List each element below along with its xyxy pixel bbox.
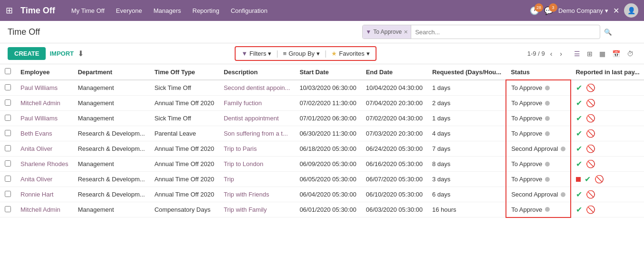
nav-reporting[interactable]: Reporting — [188, 4, 224, 17]
row-checkbox[interactable] — [5, 176, 11, 182]
col-description[interactable]: Description — [219, 64, 295, 80]
approve-icon[interactable]: ✔ — [576, 114, 582, 123]
search-input[interactable] — [411, 29, 600, 36]
create-button[interactable]: CREATE — [8, 47, 46, 60]
import-button[interactable]: IMPORT — [50, 50, 74, 57]
row-checkbox-cell[interactable] — [0, 126, 16, 141]
next-page-button[interactable]: › — [557, 49, 565, 59]
row-checkbox[interactable] — [5, 130, 11, 136]
row-checkbox-cell[interactable] — [0, 157, 16, 172]
cell-department: Management — [73, 202, 149, 217]
cell-reported: ✔ 🚫 — [571, 172, 644, 187]
row-checkbox-cell[interactable] — [0, 141, 16, 157]
filter-tag-close[interactable]: ✕ — [404, 29, 408, 35]
list-view-button[interactable]: ☰ — [571, 49, 583, 59]
avatar[interactable]: 👤 — [624, 3, 638, 18]
table-body: Paul Williams Management Sick Time Off S… — [0, 80, 644, 217]
nav-my-time-off[interactable]: My Time Off — [67, 4, 109, 17]
table-row: Anita Oliver Research & Developm... Annu… — [0, 172, 644, 187]
prev-page-button[interactable]: ‹ — [548, 49, 555, 59]
row-checkbox-cell[interactable] — [0, 80, 16, 96]
reject-icon[interactable]: 🚫 — [586, 205, 595, 214]
approve-icon[interactable]: ✔ — [576, 159, 582, 168]
reject-icon[interactable]: 🚫 — [586, 114, 595, 123]
status-label: To Approve — [511, 99, 542, 107]
col-employee[interactable]: Employee — [16, 64, 73, 80]
nav-configuration[interactable]: Configuration — [226, 4, 272, 17]
calendar-view-button[interactable]: 📅 — [609, 49, 623, 59]
row-checkbox[interactable] — [5, 99, 11, 106]
col-department[interactable]: Department — [73, 64, 149, 80]
col-requested[interactable]: Requested (Days/Hou... — [427, 64, 506, 80]
cell-description: Trip to Paris — [219, 141, 295, 157]
col-time-off-type[interactable]: Time Off Type — [149, 64, 219, 80]
status-label: To Approve — [511, 206, 542, 213]
favorites-button[interactable]: ★ Favorites ▾ — [327, 48, 373, 59]
table-row: Mitchell Admin Management Compensatory D… — [0, 202, 644, 217]
approve-icon[interactable]: ✔ — [576, 99, 582, 108]
reject-icon[interactable]: 🚫 — [586, 99, 595, 108]
row-checkbox-cell[interactable] — [0, 111, 16, 126]
grid-view-button[interactable]: ▦ — [596, 49, 608, 59]
row-checkbox-cell[interactable] — [0, 172, 16, 187]
search-button[interactable]: 🔍 — [600, 27, 616, 38]
col-end-date[interactable]: End Date — [361, 64, 427, 80]
approve-icon[interactable]: ✔ — [576, 83, 582, 92]
download-button[interactable]: ⬇ — [78, 49, 84, 58]
group-by-button[interactable]: ≡ Group By ▾ — [279, 48, 324, 59]
select-all-header[interactable] — [0, 64, 16, 80]
row-checkbox[interactable] — [5, 115, 11, 121]
row-checkbox-cell[interactable] — [0, 96, 16, 111]
select-all-checkbox[interactable] — [5, 68, 11, 74]
clock-view-button[interactable]: ⏱ — [624, 49, 636, 59]
row-checkbox[interactable] — [5, 191, 11, 197]
cell-requested: 8 days — [427, 157, 506, 172]
approve-icon[interactable]: ✔ — [585, 175, 591, 184]
reject-icon[interactable]: 🚫 — [586, 190, 595, 199]
clock-notification[interactable]: 🕐 28 — [530, 6, 539, 15]
approve-icon[interactable]: ✔ — [576, 129, 582, 138]
col-start-date[interactable]: Start Date — [295, 64, 361, 80]
row-checkbox-cell[interactable] — [0, 187, 16, 202]
reject-icon[interactable]: 🚫 — [586, 144, 595, 153]
filters-button[interactable]: ▼ Filters ▾ — [238, 48, 275, 59]
reject-icon[interactable]: 🚫 — [594, 175, 604, 184]
search-bar: ▼ To Approve ✕ — [362, 25, 600, 39]
cell-time-off-type: Parental Leave — [149, 126, 219, 141]
toolbar: CREATE IMPORT ⬇ ▼ Filters ▾ | ≡ Group By… — [0, 43, 644, 64]
approve-icon[interactable]: ✔ — [576, 144, 582, 153]
cell-start-date: 06/09/2020 05:30:00 — [295, 157, 361, 172]
nav-everyone[interactable]: Everyone — [111, 4, 147, 17]
status-dot — [545, 207, 550, 212]
row-checkbox[interactable] — [5, 160, 11, 167]
status-label: To Approve — [511, 130, 542, 137]
chat-notification[interactable]: 💬 3 — [544, 6, 554, 15]
approve-icon[interactable]: ✔ — [576, 205, 582, 214]
company-selector[interactable]: Demo Company ▾ — [558, 7, 608, 14]
cell-end-date: 07/03/2020 20:30:00 — [361, 126, 427, 141]
row-checkbox[interactable] — [5, 145, 11, 151]
close-button[interactable]: ✕ — [613, 6, 619, 15]
table-row: Paul Williams Management Sick Time Off D… — [0, 111, 644, 126]
grid-icon[interactable]: ⊞ — [6, 5, 13, 16]
nav-managers[interactable]: Managers — [149, 4, 186, 17]
cell-employee: Beth Evans — [16, 126, 73, 141]
row-checkbox[interactable] — [5, 84, 11, 90]
cell-description: Trip with Friends — [219, 187, 295, 202]
records-table: Employee Department Time Off Type Descri… — [0, 64, 644, 218]
row-checkbox[interactable] — [5, 206, 11, 212]
row-checkbox-cell[interactable] — [0, 202, 16, 217]
reject-icon[interactable]: 🚫 — [586, 83, 595, 92]
nav-right: 🕐 28 💬 3 Demo Company ▾ ✕ 👤 — [530, 3, 638, 18]
approve-icon[interactable]: ✔ — [576, 190, 582, 199]
cell-employee: Anita Oliver — [16, 141, 73, 157]
cell-requested: 7 days — [427, 141, 506, 157]
cell-start-date: 06/04/2020 05:30:00 — [295, 187, 361, 202]
col-status[interactable]: Status — [506, 64, 571, 80]
col-reported[interactable]: Reported in last pay... — [571, 64, 644, 80]
kanban-view-button[interactable]: ⊞ — [584, 49, 595, 59]
reject-icon[interactable]: 🚫 — [586, 159, 595, 168]
reject-icon[interactable]: 🚫 — [586, 129, 595, 138]
table-wrapper: Employee Department Time Off Type Descri… — [0, 64, 644, 218]
table-header-row: Employee Department Time Off Type Descri… — [0, 64, 644, 80]
